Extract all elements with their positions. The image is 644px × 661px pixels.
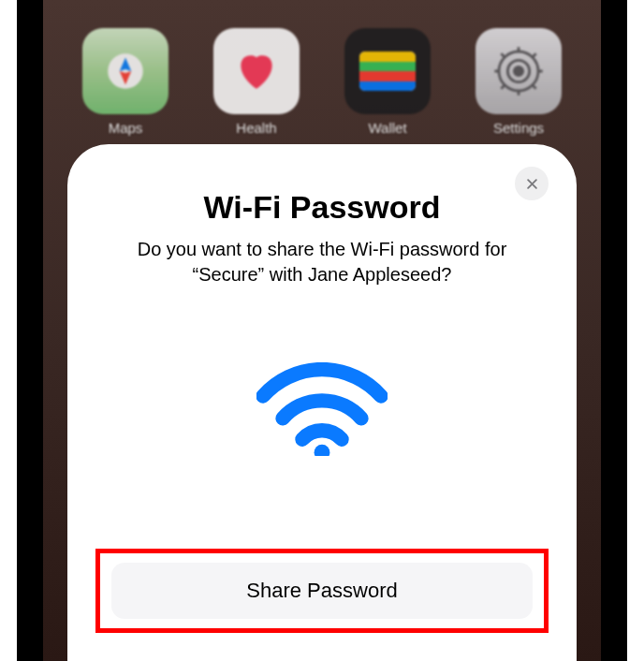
app-wallet[interactable]: Wallet bbox=[344, 28, 431, 136]
wifi-password-modal: Wi-Fi Password Do you want to share the … bbox=[67, 144, 577, 661]
phone-frame: Maps Health Wallet Settings bbox=[17, 0, 627, 661]
wallet-icon bbox=[344, 28, 431, 114]
app-health[interactable]: Health bbox=[213, 28, 300, 136]
close-icon bbox=[525, 177, 539, 191]
settings-icon bbox=[476, 28, 562, 114]
modal-title: Wi-Fi Password bbox=[95, 189, 549, 226]
app-maps[interactable]: Maps bbox=[82, 28, 168, 136]
home-screen-row: Maps Health Wallet Settings bbox=[43, 0, 601, 136]
phone-screen: Maps Health Wallet Settings bbox=[43, 0, 601, 661]
share-password-button[interactable]: Share Password bbox=[111, 563, 533, 619]
wifi-icon bbox=[95, 287, 549, 549]
close-button[interactable] bbox=[515, 167, 549, 200]
share-button-label: Share Password bbox=[246, 579, 397, 603]
app-settings[interactable]: Settings bbox=[476, 28, 562, 136]
app-label: Settings bbox=[493, 120, 544, 136]
svg-point-3 bbox=[514, 66, 522, 75]
app-label: Wallet bbox=[368, 120, 406, 136]
app-label: Maps bbox=[109, 120, 143, 136]
health-icon bbox=[213, 28, 300, 114]
app-label: Health bbox=[236, 120, 276, 136]
share-button-highlight: Share Password bbox=[95, 549, 549, 633]
svg-point-4 bbox=[315, 444, 330, 455]
modal-subtitle: Do you want to share the Wi-Fi password … bbox=[95, 237, 549, 287]
maps-icon bbox=[82, 28, 168, 114]
